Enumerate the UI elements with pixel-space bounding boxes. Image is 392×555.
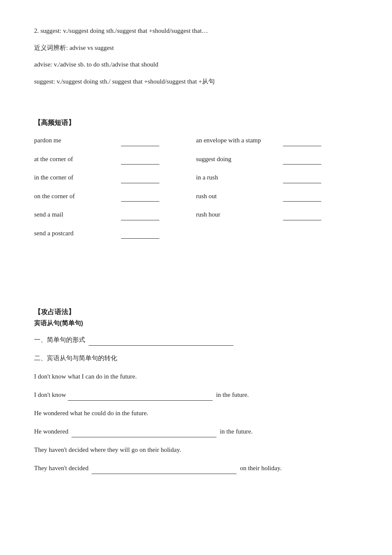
blank-sentence-3 <box>92 474 236 474</box>
phrase-row-left-4: on the corner of <box>34 191 196 202</box>
phrase-row-left-5: send a mail <box>34 209 196 220</box>
blank-left-3 <box>121 183 159 183</box>
phrase-text-left-2: at the corner of <box>34 154 119 165</box>
phrase-text-left-4: on the corner of <box>34 191 119 202</box>
phrase-row-right-4: rush out <box>196 191 358 202</box>
grammar-sentence-2-partial: He wondered in the future. <box>34 426 358 437</box>
phrase-text-left-6: send a postcard <box>34 228 119 239</box>
phrase-row-right-5: rush hour <box>196 209 358 220</box>
high-freq-section: 【高频短语】 pardon me at the corner of in the… <box>34 119 358 246</box>
phrase-text-right-2: suggest doing <box>196 154 281 165</box>
note-line-4: suggest: v./suggest doing sth./ suggest … <box>34 76 358 87</box>
grammar-sentence-2-full: He wondered what he could do in the futu… <box>34 408 358 419</box>
note-line-2: 近义词辨析: advise vs suggest <box>34 43 358 54</box>
blank-right-3 <box>283 183 321 183</box>
grammar-subtitle: 宾语从句(简单句) <box>34 319 358 327</box>
blank-right-4 <box>283 201 321 202</box>
blank-sentence-1 <box>68 400 213 401</box>
phrase-text-right-4: rush out <box>196 191 281 202</box>
notes-section: 2. suggest: v./suggest doing sth./sugges… <box>34 26 358 87</box>
high-freq-heading: 【高频短语】 <box>34 119 358 127</box>
phrase-row-right-3: in a rush <box>196 172 358 183</box>
grammar-item2-label: 二、宾语从句与简单句的转化 <box>34 355 117 361</box>
note-line-1: 2. suggest: v./suggest doing sth./sugges… <box>34 26 358 37</box>
grammar-sentence-1-full: I don't know what I can do in the future… <box>34 371 358 382</box>
phrase-row-left-1: pardon me <box>34 135 196 146</box>
grammar-heading: 【攻占语法】 <box>34 308 358 317</box>
blank-left-5 <box>121 220 159 220</box>
blank-right-1 <box>283 146 321 146</box>
grammar-sentence-1-partial: I don't know in the future. <box>34 389 358 401</box>
phrase-text-right-1: an envelope with a stamp <box>196 135 281 146</box>
phrase-row-left-3: in the corner of <box>34 172 196 183</box>
blank-item1 <box>89 345 233 346</box>
phrase-row-left-2: at the corner of <box>34 154 196 165</box>
phrase-text-left-1: pardon me <box>34 135 119 146</box>
grammar-item1-label: 一、简单句的形式 <box>34 336 85 343</box>
phrases-grid: pardon me at the corner of in the corner… <box>34 135 358 246</box>
phrase-text-right-3: in a rush <box>196 172 281 183</box>
grammar-sentence-3-full: They haven't decided where they will go … <box>34 444 358 456</box>
phrases-right-col: an envelope with a stamp suggest doing i… <box>196 135 358 246</box>
blank-left-1 <box>121 146 159 146</box>
phrase-text-left-5: send a mail <box>34 209 119 220</box>
blank-right-5 <box>283 220 321 220</box>
blank-left-2 <box>121 164 159 165</box>
phrases-left-col: pardon me at the corner of in the corner… <box>34 135 196 246</box>
blank-left-6 <box>121 238 159 239</box>
phrase-row-left-6: send a postcard <box>34 228 196 239</box>
grammar-section: 【攻占语法】 宾语从句(简单句) 一、简单句的形式 二、宾语从句与简单句的转化 … <box>34 308 358 474</box>
blank-right-2 <box>283 164 321 165</box>
phrase-text-right-5: rush hour <box>196 209 281 220</box>
grammar-item2: 二、宾语从句与简单句的转化 <box>34 353 358 364</box>
note-line-3: advise: v./advise sb. to do sth./advise … <box>34 59 358 70</box>
phrase-row-right-2: suggest doing <box>196 154 358 165</box>
blank-sentence-2 <box>72 437 216 437</box>
blank-left-4 <box>121 201 159 202</box>
phrase-row-right-1: an envelope with a stamp <box>196 135 358 146</box>
grammar-item1: 一、简单句的形式 <box>34 334 358 346</box>
phrase-text-left-3: in the corner of <box>34 172 119 183</box>
grammar-sentence-3-partial: They haven't decided on their holiday. <box>34 462 358 474</box>
